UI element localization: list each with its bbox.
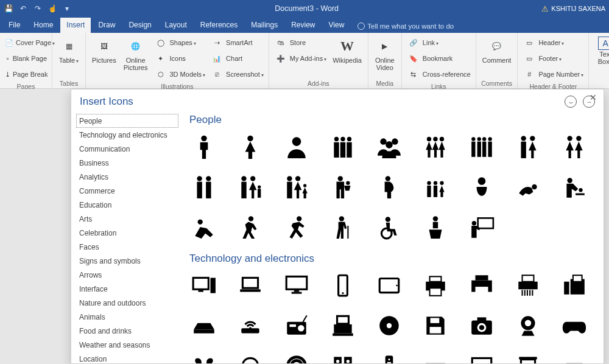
icon-monitor[interactable] [282,271,311,300]
icon-scanner[interactable] [189,311,219,340]
category-interface[interactable]: Interface [76,282,178,296]
icon-teacher-board[interactable] [467,212,496,242]
category-people[interactable]: People [76,114,178,128]
icon-router[interactable] [236,311,265,340]
icon-desktop-pc[interactable] [189,271,219,300]
category-arts[interactable]: Arts [76,212,178,226]
icon-user[interactable] [282,132,311,161]
icon-remote[interactable] [375,351,404,363]
icon-family-children[interactable] [282,172,311,201]
icon-radio[interactable] [282,311,311,340]
icon-elderly-cane[interactable] [328,212,357,242]
icon-earbuds[interactable] [189,351,219,363]
icon-group-four[interactable] [467,132,496,161]
cover-page-button[interactable]: 📄Cover Page [4,35,48,50]
icon-webcam[interactable] [513,311,543,340]
wikipedia-button[interactable]: WWikipedia [330,35,364,66]
category-communication[interactable]: Communication [76,142,178,156]
shapes-button[interactable]: ◯Shapes [153,35,207,50]
icon-pregnant[interactable] [375,172,404,201]
tell-me-search[interactable]: Tell me what you want to do [354,19,457,33]
icon-group-men[interactable] [328,132,357,161]
table-button[interactable]: ▦ Table [56,35,82,66]
screenshot-button[interactable]: ⎚Screenshot [209,67,265,82]
category-signs-and-symbols[interactable]: Signs and symbols [76,254,178,268]
tab-layout[interactable]: Layout [159,18,193,33]
icon-two-men[interactable] [189,172,219,201]
icon-two-women[interactable] [560,132,589,161]
icon-headphones[interactable] [236,351,265,363]
redo-icon[interactable]: ↷ [33,4,43,13]
icon-speaker-podium[interactable] [421,212,450,242]
tab-design[interactable]: Design [122,18,157,33]
icon-users-busts[interactable] [375,132,404,161]
icon-couple-mf[interactable] [513,132,543,161]
save-icon[interactable]: 💾 [4,4,13,13]
icon-baby[interactable] [467,172,496,201]
category-commerce[interactable]: Commerce [76,184,178,198]
icon-children-group[interactable] [421,172,450,201]
icon-woman[interactable] [236,132,265,161]
tab-home[interactable]: Home [27,18,59,33]
icon-crawling-person[interactable] [189,212,219,242]
icon-family-mf-child[interactable] [236,172,265,201]
icon-gallery[interactable]: People [178,110,604,363]
header-button[interactable]: ▭Header [521,35,585,50]
icon-cd[interactable] [375,311,404,340]
icon-running[interactable] [282,212,311,242]
pictures-button[interactable]: 🖼Pictures [90,35,119,66]
icon-camera[interactable] [467,311,496,340]
qat-customize-icon[interactable]: ▾ [62,4,72,13]
category-food-and-drinks[interactable]: Food and drinks [76,324,178,338]
category-faces[interactable]: Faces [76,240,178,254]
link-button[interactable]: 🔗Link [406,35,472,50]
category-technology-and-electronics[interactable]: Technology and electronics [76,128,178,142]
category-location[interactable]: Location [76,352,178,363]
account-area[interactable]: ⚠ KSHITIJ SAXENA [541,4,605,13]
bookmark-button[interactable]: 🔖Bookmark [406,51,472,66]
icon-wheelchair[interactable] [375,212,404,242]
store-button[interactable]: 🛍Store [273,35,328,50]
icon-printer[interactable] [421,271,450,300]
category-business[interactable]: Business [76,156,178,170]
icon-crawling-baby[interactable] [513,172,543,201]
icon-smartphone[interactable] [328,271,357,300]
feedback-smile-icon[interactable]: ⌣ [565,96,577,108]
icon-parent-hold-child[interactable] [328,172,357,201]
blank-page-button[interactable]: ▫Blank Page [4,51,48,66]
tab-file[interactable]: File [2,18,26,33]
icon-tablet[interactable] [375,271,404,300]
category-weather-and-seasons[interactable]: Weather and seasons [76,338,178,352]
tab-mailings[interactable]: Mailings [245,18,284,33]
close-button[interactable]: ✕ [586,92,600,103]
icon-typewriter[interactable] [328,311,357,340]
touch-mode-icon[interactable]: ☝ [48,4,57,13]
icon-fax[interactable] [560,271,589,300]
icon-speakers[interactable] [328,351,357,363]
icon-projector-screen[interactable] [513,351,543,363]
icon-group-women[interactable] [421,132,450,161]
icon-walking[interactable] [236,212,265,242]
category-nature-and-outdoors[interactable]: Nature and outdoors [76,296,178,310]
page-number-button[interactable]: #Page Number [521,67,585,82]
icon-changing-diaper[interactable] [560,172,589,201]
online-pictures-button[interactable]: 🌐Online Pictures [121,35,150,72]
category-arrows[interactable]: Arrows [76,268,178,282]
chart-button[interactable]: 📊Chart [209,51,265,66]
comment-button[interactable]: 💬Comment [480,35,514,66]
smartart-button[interactable]: ⇢SmartArt [209,35,265,50]
icon-game-controller[interactable] [560,311,589,340]
cross-reference-button[interactable]: ⇆Cross-reference [406,67,472,82]
icons-button[interactable]: ✦Icons [153,51,207,66]
category-education[interactable]: Education [76,198,178,212]
tab-review[interactable]: Review [285,18,321,33]
my-addins-button[interactable]: ➕My Add-ins [273,51,328,66]
3d-models-button[interactable]: ⬡3D Models [153,67,207,82]
icon-printer-solid[interactable] [467,271,496,300]
undo-icon[interactable]: ↶ [18,4,28,13]
text-box-button[interactable]: AText Box [593,35,609,66]
category-analytics[interactable]: Analytics [76,170,178,184]
icon-man[interactable] [189,132,219,161]
category-celebration[interactable]: Celebration [76,226,178,240]
icon-dvd-player[interactable] [421,351,450,363]
